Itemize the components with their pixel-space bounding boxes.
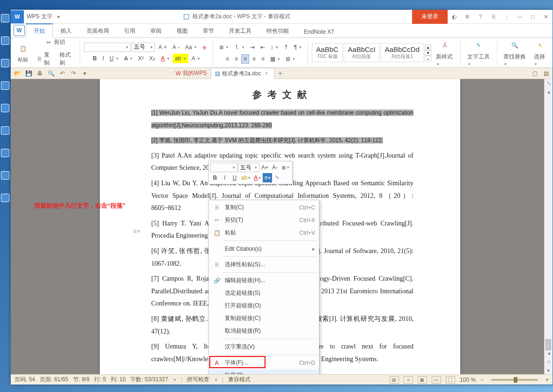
tab-home[interactable]: 开始 [26, 23, 53, 38]
superscript-button[interactable]: X² [136, 54, 146, 63]
show-marks-button[interactable]: ¶▾ [292, 43, 304, 52]
ctx-paragraph[interactable]: ≣段落(P)... [209, 369, 319, 374]
shading-button[interactable]: ▦▾ [268, 54, 282, 64]
status-col[interactable]: 列: 10 [111, 376, 125, 384]
ctx-open-hyperlink[interactable]: 打开超链接(O) [209, 299, 319, 312]
status-words[interactable]: 字数: 53/31327 [130, 376, 168, 384]
zoom-level[interactable]: 100 % [460, 377, 476, 383]
status-page[interactable]: 页码: 54 [15, 376, 35, 384]
gutter-paragraph-icon[interactable]: ≣▾ [133, 228, 140, 234]
tab-endnote[interactable]: EndNote X7 [296, 26, 342, 37]
align-justify-button[interactable]: ≡ [250, 54, 258, 64]
font-size-select[interactable]: 五号▾ [132, 43, 155, 52]
maximize-button[interactable]: □ [526, 14, 539, 20]
browse-icon[interactable]: ○ [545, 357, 553, 366]
find-replace-button[interactable]: 🔍查找替换▾ [501, 38, 529, 67]
select-button[interactable]: ↖选择▾ [531, 38, 550, 67]
cut-button[interactable]: ✂剪切 [43, 38, 67, 48]
sort-button[interactable]: ⤒ [281, 43, 291, 52]
subscript-button[interactable]: X₂ [147, 54, 158, 63]
status-line[interactable]: 行: 5 [94, 376, 106, 384]
underline-button[interactable]: U▾ [107, 54, 121, 63]
new-style-button[interactable]: Ᾱ新样式▾ [433, 38, 457, 67]
open-icon[interactable]: 📂 [14, 70, 21, 77]
tabs-list-icon[interactable]: ▤ [542, 70, 550, 77]
style-more[interactable]: ⌄ [425, 56, 431, 61]
change-case-button[interactable]: Aa▾ [183, 43, 199, 52]
preview-icon[interactable]: 🔍 [47, 70, 55, 77]
mini-grow-font[interactable]: A+ [260, 163, 270, 172]
close-button[interactable]: ✕ [539, 14, 553, 20]
style-toc[interactable]: AaBbCTOC 标题 [312, 43, 343, 62]
status-pages[interactable]: 页面: 61/65 [40, 376, 68, 384]
redo-icon[interactable]: ↷ [70, 70, 77, 77]
char-shading-button[interactable]: A▾ [189, 54, 202, 63]
view-outline[interactable]: ≡ [404, 376, 413, 384]
status-spellcheck[interactable]: 拼写检查 [187, 376, 209, 384]
zoom-slider[interactable] [491, 379, 538, 381]
borders-button[interactable]: ⊞▾ [283, 54, 297, 64]
indent-inc-button[interactable]: ⇥ [248, 43, 257, 52]
zoom-out-button[interactable]: − [480, 377, 484, 383]
title-dropdown-icon[interactable]: ▾ [55, 14, 62, 20]
clear-format-button[interactable]: ◈ [200, 43, 209, 52]
restore-icon[interactable]: ▢ [531, 70, 538, 77]
ctx-copy-hyperlink[interactable]: 复制超链接(C) [209, 312, 319, 325]
tab-review[interactable]: 审阅 [143, 24, 169, 37]
font-color-button[interactable]: A▾ [159, 54, 172, 63]
highlight-button[interactable]: ab▾ [173, 54, 188, 63]
format-painter-button[interactable]: 格式刷 [57, 50, 76, 68]
copy-button[interactable]: ⎘复制 [34, 50, 56, 68]
styles-gallery[interactable]: AaBbCTOC 标题 AaBbCcI列出段落 AaBbCcDd列出段落1 ▴▾… [312, 43, 431, 62]
close-tab-icon[interactable]: × [263, 70, 270, 77]
ctx-font[interactable]: A字体(F)...Ctrl+D [209, 356, 319, 369]
wps-menu-icon[interactable]: W [14, 25, 25, 36]
view-fullscreen[interactable]: ⛶ [446, 376, 455, 384]
ctx-hanzi[interactable]: 汉字重选(V) [209, 341, 319, 353]
line-spacing-button[interactable]: ↕▾ [268, 43, 280, 52]
scroll-thumb[interactable] [546, 339, 551, 350]
minimize-button[interactable]: — [513, 14, 526, 20]
tab-insert[interactable]: 插入 [53, 24, 79, 37]
mini-shrink-font[interactable]: A- [270, 163, 280, 172]
mini-italic[interactable]: I [220, 173, 229, 182]
mini-font-select[interactable]: ▾ [210, 163, 237, 172]
ctx-edit-citation[interactable]: Edit Citation(s)▸ [209, 242, 319, 255]
new-tab-button[interactable]: + [274, 69, 286, 78]
bullets-button[interactable]: ≣▾ [217, 43, 231, 52]
collapse-icon[interactable]: ⤡ [545, 79, 553, 87]
ctx-cancel-hyperlink[interactable]: 取消超链接(R) [209, 325, 319, 337]
current-doc-tab[interactable]: ▤格式参考2a.doc× [211, 68, 274, 80]
italic-button[interactable]: I [100, 54, 106, 63]
vertical-scrollbar[interactable]: ⤡ ▴ ▾ ◂ ○ ▸ [544, 79, 553, 374]
view-reading[interactable]: ▭ [432, 376, 441, 384]
help-icon[interactable]: ? [474, 14, 487, 20]
bold-button[interactable]: B [90, 54, 99, 63]
tab-view[interactable]: 视图 [169, 24, 195, 37]
zoom-in-button[interactable]: + [546, 377, 549, 383]
mini-align[interactable]: ≡▾ [263, 173, 272, 182]
style-scroll-down[interactable]: ▾ [425, 50, 431, 56]
ctx-paste[interactable]: 📋粘贴Ctrl+V [209, 226, 319, 239]
next-page-icon[interactable]: ▸ [545, 366, 553, 374]
status-compat[interactable]: 兼容模式 [228, 376, 251, 384]
tab-references[interactable]: 引用 [117, 24, 143, 37]
shrink-font-button[interactable]: A- [170, 43, 182, 52]
style-scroll-up[interactable]: ▴ [425, 44, 431, 50]
settings-icon[interactable]: ✲ [461, 14, 474, 20]
ctx-edit-hyperlink[interactable]: 🔗编辑超链接(H)... [209, 274, 319, 287]
font-family-select[interactable]: ▾ [84, 43, 131, 52]
numbering-button[interactable]: ⒈▾ [232, 42, 247, 52]
view-web[interactable]: ▦ [418, 376, 427, 384]
style-list1[interactable]: AaBbCcDd列出段落1 [381, 43, 424, 62]
tab-devtools[interactable]: 开发工具 [221, 24, 259, 37]
ctx-paste-special[interactable]: ⎘选择性粘贴(S)... [209, 258, 319, 271]
align-right-button[interactable]: ≡ [241, 54, 249, 64]
status-section[interactable]: 节: 9/9 [73, 376, 89, 384]
indent-dec-button[interactable]: ⇤ [258, 43, 267, 52]
grow-font-button[interactable]: A+ [156, 43, 169, 52]
undo-icon[interactable]: ↶ [59, 70, 66, 77]
ctx-cut[interactable]: ✂剪切(T)Ctrl+X [209, 214, 319, 226]
ctx-copy[interactable]: ⎘复制(C)Ctrl+C [209, 201, 319, 214]
align-center-button[interactable]: ≡ [232, 54, 240, 64]
